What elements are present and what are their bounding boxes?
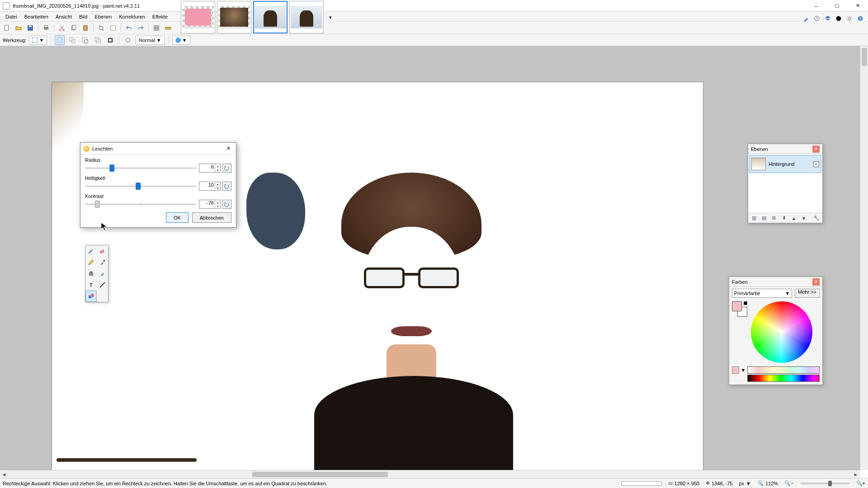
horizontal-scrollbar[interactable]: ◄ ► — [0, 470, 860, 478]
palette-menu-icon[interactable]: ▼ — [741, 366, 745, 374]
layers-list[interactable]: Hintergrund ✔ — [748, 154, 822, 213]
brightness-slider-thumb[interactable] — [136, 183, 141, 190]
cut-icon[interactable] — [57, 23, 67, 33]
open-file-icon[interactable] — [14, 23, 24, 33]
doc-thumb-3[interactable] — [253, 1, 288, 33]
horizontal-scrollbar-thumb[interactable] — [252, 472, 388, 477]
canvas[interactable] — [52, 82, 703, 470]
merge-down-icon[interactable]: ⬇ — [780, 214, 788, 222]
tool-recolor-icon[interactable] — [97, 268, 108, 279]
blend-mode-selector[interactable]: Normal▼ — [136, 36, 164, 45]
tools-panel-icon[interactable] — [801, 14, 811, 23]
sampling-selector[interactable]: ▼ — [172, 36, 190, 45]
layer-properties-icon[interactable]: 🔧 — [812, 214, 821, 222]
selmode-add-icon[interactable] — [67, 35, 77, 45]
undo-icon[interactable] — [124, 23, 134, 33]
tool-pencil-icon[interactable] — [85, 257, 97, 268]
tool-colorpicker-icon[interactable] — [97, 257, 108, 268]
zoom-slider-thumb[interactable] — [828, 481, 832, 486]
menu-bild[interactable]: Bild — [75, 13, 91, 20]
layers-close-button[interactable]: ✕ — [812, 145, 820, 153]
brightness-reset-button[interactable] — [222, 182, 231, 191]
selmode-subtract-icon[interactable] — [80, 35, 90, 45]
menu-korrekturen[interactable]: Korrekturen — [115, 13, 148, 20]
colors-panel-icon[interactable] — [834, 14, 844, 23]
print-icon[interactable] — [41, 23, 51, 33]
tool-eraser-icon[interactable] — [97, 245, 108, 257]
contrast-slider-thumb[interactable] — [95, 201, 100, 208]
tools-palette[interactable]: T — [85, 245, 108, 302]
menu-datei[interactable]: Datei — [2, 13, 21, 20]
brightness-slider[interactable] — [85, 182, 196, 191]
primary-color-swatch[interactable] — [732, 301, 742, 311]
colors-close-button[interactable]: ✕ — [812, 278, 820, 286]
duplicate-layer-icon[interactable]: ⧉ — [770, 214, 778, 222]
settings-icon[interactable] — [844, 14, 854, 23]
save-file-icon[interactable] — [25, 23, 35, 33]
color-swatches[interactable] — [732, 301, 748, 318]
move-down-icon[interactable]: ▼ — [800, 214, 808, 222]
menu-effekte[interactable]: Effekte — [149, 13, 171, 20]
palette-row-1[interactable] — [747, 366, 820, 374]
move-up-icon[interactable]: ▲ — [790, 214, 798, 222]
zoom-in-button[interactable]: 🔍+ — [856, 480, 865, 486]
radius-slider[interactable] — [85, 164, 196, 173]
tool-paintbrush-icon[interactable] — [85, 245, 97, 257]
layers-panel[interactable]: Ebenen ✕ Hintergrund ✔ ▥ ▤ ⧉ ⬇ ▲ ▼ 🔧 — [748, 144, 823, 223]
selmode-invert-icon[interactable] — [105, 35, 115, 45]
grid-icon[interactable] — [151, 23, 161, 33]
vertical-scrollbar-thumb[interactable] — [862, 48, 867, 66]
workspace[interactable] — [0, 46, 860, 470]
dialog-close-button[interactable]: ✕ — [223, 144, 233, 154]
menu-ansicht[interactable]: Ansicht — [52, 13, 75, 20]
ok-button[interactable]: OK — [166, 212, 189, 223]
ruler-icon[interactable] — [163, 23, 173, 33]
brightness-stepper[interactable]: ▲▼ — [215, 182, 220, 190]
color-wheel[interactable] — [751, 301, 812, 363]
menu-ebenen[interactable]: Ebenen — [91, 13, 115, 20]
selmode-replace-icon[interactable] — [55, 35, 65, 45]
tool-text-icon[interactable]: T — [85, 279, 97, 291]
tool-clone-icon[interactable] — [85, 268, 97, 279]
tool-selector[interactable]: ▼ — [29, 36, 47, 45]
redo-icon[interactable] — [136, 23, 146, 33]
dialog-title-bar[interactable]: Leuchten ✕ — [80, 143, 236, 155]
help-icon[interactable]: ? — [855, 14, 865, 23]
tool-shapes-icon[interactable] — [85, 291, 97, 302]
doc-thumb-4[interactable] — [289, 1, 324, 33]
close-button[interactable]: ✕ — [847, 0, 868, 12]
new-file-icon[interactable] — [2, 23, 12, 33]
history-panel-icon[interactable] — [812, 14, 822, 23]
layer-visible-checkbox[interactable]: ✔ — [813, 161, 819, 167]
menu-bearbeiten[interactable]: Bearbeiten — [21, 13, 52, 20]
contrast-reset-button[interactable] — [222, 200, 231, 209]
deselect-icon[interactable] — [108, 23, 118, 33]
layers-panel-icon[interactable] — [823, 14, 833, 23]
reset-bw-icon[interactable] — [744, 301, 747, 305]
contrast-stepper[interactable]: ▲▼ — [215, 200, 220, 208]
zoom-level[interactable]: 🔍112% — [757, 480, 778, 486]
brightness-input[interactable]: 10▲▼ — [199, 182, 221, 191]
delete-layer-icon[interactable]: ▤ — [760, 214, 768, 222]
cancel-button[interactable]: Abbrechen — [192, 212, 231, 223]
doc-thumb-1[interactable] — [181, 1, 215, 33]
zoom-out-button[interactable]: 🔍− — [784, 480, 793, 486]
copy-icon[interactable] — [69, 23, 79, 33]
scroll-right-icon[interactable]: ► — [852, 470, 860, 479]
radius-slider-thumb[interactable] — [109, 164, 114, 172]
palette-row-2[interactable] — [747, 375, 820, 382]
tool-line-icon[interactable] — [97, 279, 108, 291]
colors-panel[interactable]: Farben ✕ Primärfarbe▼ Mehr >> ▼ — [729, 277, 823, 385]
colors-more-button[interactable]: Mehr >> — [795, 289, 820, 298]
unit-selector[interactable]: px▼ — [739, 481, 751, 486]
color-target-selector[interactable]: Primärfarbe▼ — [732, 289, 792, 298]
contrast-input[interactable]: -78▲▼ — [199, 200, 221, 209]
radius-input[interactable]: 6▲▼ — [199, 164, 221, 173]
vertical-scrollbar[interactable] — [860, 46, 868, 470]
color-wheel-cursor[interactable] — [795, 325, 800, 329]
minimize-button[interactable]: – — [806, 0, 826, 12]
radius-stepper[interactable]: ▲▼ — [215, 164, 220, 172]
radius-reset-button[interactable] — [222, 164, 231, 173]
add-color-button[interactable] — [732, 366, 739, 374]
paste-icon[interactable] — [80, 23, 90, 33]
